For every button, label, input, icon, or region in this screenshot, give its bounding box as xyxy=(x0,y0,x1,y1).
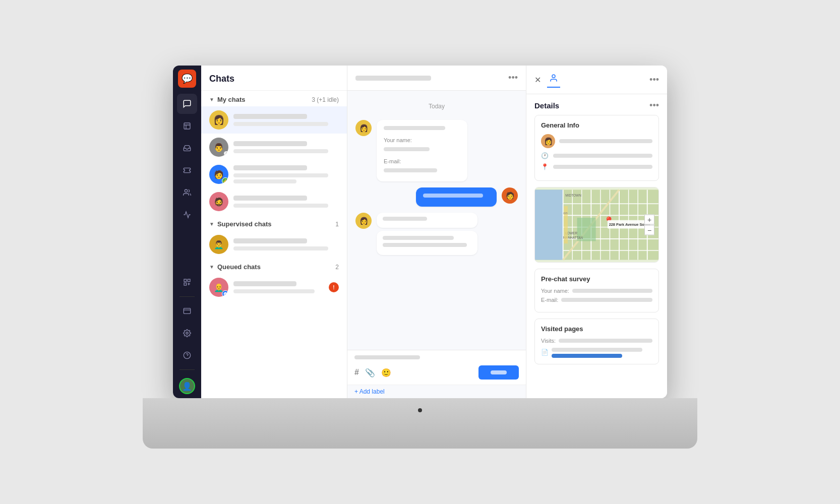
nav-item-inbox[interactable] xyxy=(177,138,197,158)
chat-input-toolbar: # 📎 🙂 xyxy=(354,365,519,380)
chat-input-area: # 📎 🙂 xyxy=(347,350,526,385)
pre-chat-card: Pre-chat survey Your name: E-mail: xyxy=(534,269,659,312)
nav-item-chats[interactable] xyxy=(177,94,197,114)
svg-text:495: 495 xyxy=(563,212,568,215)
supervised-chats-section-header[interactable]: ▼ Supervised chats 1 xyxy=(201,215,347,231)
unread-badge: ! xyxy=(329,282,339,292)
my-chats-section-header[interactable]: ▼ My chats 3 (+1 idle) xyxy=(201,91,347,106)
chat-item-2[interactable]: 👨 xyxy=(201,134,347,161)
supervised-chat-avatar-1: 👨‍🦱 xyxy=(209,235,228,254)
chat-messages: Today 👩 Your name: E-mail: xyxy=(347,91,526,350)
visited-pages-title: Visited pages xyxy=(541,325,652,333)
message-bubble-2 xyxy=(416,187,497,207)
laptop-camera xyxy=(418,408,422,412)
info-location-value xyxy=(553,165,652,169)
bubble-3a-line xyxy=(383,217,427,221)
nav-item-browser[interactable] xyxy=(177,301,197,321)
my-chats-label: My chats xyxy=(217,96,312,103)
chat-main: ••• Today 👩 Your name: xyxy=(347,66,526,398)
chats-header: Chats xyxy=(201,66,347,91)
queued-chat-item-1[interactable]: 👨‍🦲 ! xyxy=(201,274,347,301)
nav-item-visitors[interactable] xyxy=(177,182,197,203)
emoji-icon[interactable]: 🙂 xyxy=(381,368,391,377)
nav-item-analytics[interactable] xyxy=(177,205,197,225)
details-tabs: ✕ xyxy=(534,72,560,88)
nav-item-help[interactable] xyxy=(177,345,197,365)
my-chats-count: 3 (+1 idle) xyxy=(312,96,339,103)
nav-item-reports[interactable] xyxy=(177,116,197,136)
form-email-label: E-mail: xyxy=(384,156,460,165)
chat-info-4 xyxy=(233,196,339,208)
info-row-time: 🕐 xyxy=(541,152,652,159)
person-tab[interactable] xyxy=(547,72,560,88)
chat-info-1 xyxy=(233,114,339,126)
chat-item-4[interactable]: 🧔 xyxy=(201,188,347,215)
nav-item-apps[interactable] xyxy=(177,272,197,292)
zoom-in-button[interactable]: + xyxy=(644,215,654,225)
info-row-user: 👩 xyxy=(541,134,652,148)
supervised-chat-msg-1 xyxy=(233,246,328,250)
pre-chat-name-row: Your name: xyxy=(541,288,652,294)
visits-row: Visits: xyxy=(541,338,652,344)
svg-rect-6 xyxy=(184,283,187,285)
chat-status-badge-3: 👍 xyxy=(222,177,228,184)
chat-name-4 xyxy=(233,196,307,201)
info-row-location: 📍 xyxy=(541,163,652,170)
nav-item-settings[interactable] xyxy=(177,323,197,343)
chat-item-3[interactable]: 🧑 👍 xyxy=(201,161,347,188)
details-more-button[interactable]: ••• xyxy=(649,100,659,111)
message-avatar-1: 👩 xyxy=(355,120,372,136)
svg-point-3 xyxy=(185,190,187,192)
chat-name-2 xyxy=(233,141,307,146)
date-separator: Today xyxy=(355,103,518,110)
queued-chat-name-1 xyxy=(233,281,296,286)
supervised-chat-item-1[interactable]: 👨‍🦱 xyxy=(201,231,347,258)
hash-icon[interactable]: # xyxy=(354,368,359,377)
general-info-title: General Info xyxy=(541,121,652,129)
send-label xyxy=(491,370,507,374)
map-svg: MIDTOWN LOWER MANHATTAN 495 📍 228 Park A… xyxy=(535,187,658,262)
nav-item-tickets[interactable] xyxy=(177,160,197,180)
nav-divider xyxy=(179,296,195,297)
chat-avatar-1: 👩 xyxy=(209,110,228,130)
page-line2 xyxy=(552,354,622,358)
visits-label: Visits: xyxy=(541,338,556,344)
message-avatar-3: 👩 xyxy=(355,213,372,229)
message-row-1: 👩 Your name: E-mail: xyxy=(355,120,518,181)
toolbar-icons: # 📎 🙂 xyxy=(354,368,391,377)
blue-bubble-line1 xyxy=(423,194,483,198)
attach-icon[interactable]: 📎 xyxy=(365,368,375,377)
chat-info-3 xyxy=(233,165,339,183)
map-container: MIDTOWN LOWER MANHATTAN 495 📍 228 Park A… xyxy=(534,187,659,263)
nav-divider-bottom xyxy=(179,369,195,370)
page-icon: 📄 xyxy=(541,349,549,356)
pre-chat-name-value xyxy=(572,289,652,293)
bubble-3b-line1 xyxy=(383,236,454,240)
message-bubble-3b xyxy=(377,231,477,255)
user-avatar[interactable]: 👤 xyxy=(179,378,195,394)
nav-logo[interactable]: 💬 xyxy=(178,70,196,88)
details-dots[interactable]: ••• xyxy=(649,75,659,85)
svg-rect-5 xyxy=(188,279,190,282)
send-button[interactable] xyxy=(478,365,519,380)
add-label-row[interactable]: + Add label xyxy=(347,385,526,398)
pre-chat-email-value xyxy=(561,298,652,302)
chat-msg-3b xyxy=(233,179,296,183)
queued-chat-msg-1 xyxy=(233,289,315,293)
queued-chats-count: 2 xyxy=(335,264,339,271)
info-name-value xyxy=(559,139,652,143)
pre-chat-name-label: Your name: xyxy=(541,288,569,294)
chat-msg-1 xyxy=(233,122,328,126)
supervised-chats-chevron: ▼ xyxy=(209,221,214,227)
supervised-chat-name-1 xyxy=(233,238,307,243)
chat-item-1[interactable]: 👩 xyxy=(201,106,347,134)
queued-chats-section-header[interactable]: ▼ Queued chats 2 xyxy=(201,258,347,274)
zoom-out-button[interactable]: − xyxy=(644,225,654,235)
message-bubble-3a xyxy=(377,213,477,228)
info-time-value xyxy=(553,154,652,158)
visited-pages-card: Visited pages Visits: 📄 xyxy=(534,319,659,364)
message-group-3 xyxy=(377,213,477,255)
chat-msg-4 xyxy=(233,204,328,208)
close-button[interactable]: ✕ xyxy=(534,75,541,85)
chat-options-button[interactable]: ••• xyxy=(508,73,518,83)
